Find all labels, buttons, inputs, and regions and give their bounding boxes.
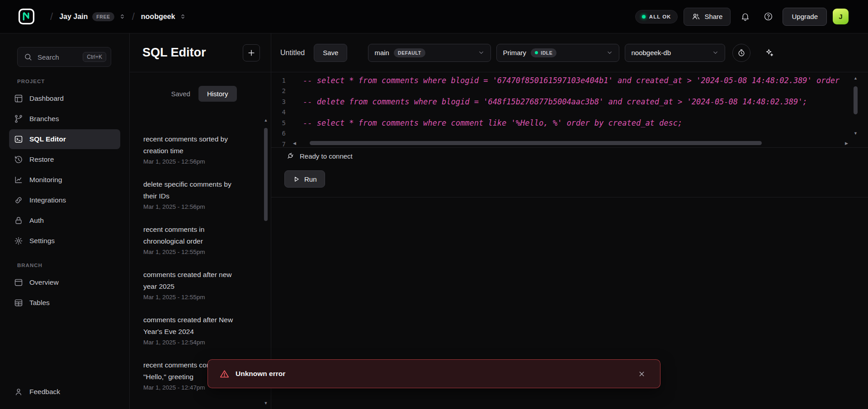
editor-area: Untitled Save main DEFAULT Primary IDLE … — [271, 33, 868, 409]
scroll-track[interactable] — [298, 140, 843, 146]
editor-toolbar: Untitled Save main DEFAULT Primary IDLE … — [271, 33, 868, 72]
connection-status-text: Ready to connect — [300, 152, 353, 160]
section-label-branch: BRANCH — [17, 263, 129, 268]
tab-history[interactable]: History — [198, 86, 237, 102]
new-query-button[interactable] — [243, 44, 260, 61]
people-icon — [692, 12, 700, 21]
saved-history-tabs: Saved History — [130, 86, 271, 102]
branch-selector[interactable]: main DEFAULT — [368, 44, 491, 62]
branch-value: main — [374, 49, 389, 56]
chevron-down-icon — [712, 49, 719, 56]
sidebar-item-monitoring[interactable]: Monitoring — [9, 170, 120, 190]
idle-badge: IDLE — [531, 48, 557, 57]
topbar: / Jay Jain FREE / noobgeek ALL OK Share — [0, 0, 868, 33]
help-button[interactable] — [760, 8, 777, 25]
chevron-down-icon — [478, 49, 485, 56]
history-item[interactable]: recent comments in chronological order M… — [143, 224, 239, 255]
scroll-thumb[interactable] — [310, 141, 762, 145]
sidebar-item-auth[interactable]: Auth — [9, 211, 120, 230]
scroll-up-arrow-icon[interactable]: ▲ — [264, 118, 268, 122]
scroll-left-arrow-icon[interactable]: ◀ — [293, 141, 296, 146]
divider — [271, 197, 868, 197]
sidebar: Search Ctrl+K PROJECT Dashboard Branches… — [0, 33, 130, 409]
sidebar-item-tables[interactable]: Tables — [9, 293, 120, 313]
scroll-up-arrow-icon[interactable]: ▲ — [854, 76, 858, 80]
tab-saved[interactable]: Saved — [164, 86, 198, 102]
database-selector[interactable]: noobgeek-db — [625, 44, 725, 62]
search-icon — [24, 53, 32, 61]
code-line: 1-- select * from comments where blogid … — [271, 75, 868, 86]
history-item[interactable]: comments created after new year 2025 Mar… — [143, 269, 239, 301]
search-input[interactable]: Search Ctrl+K — [17, 47, 111, 67]
run-label: Run — [304, 175, 317, 183]
notifications-button[interactable] — [736, 8, 754, 25]
plug-icon — [286, 152, 294, 160]
project-switcher[interactable]: noobgeek — [141, 13, 187, 21]
plus-icon — [247, 48, 256, 57]
section-label-project: PROJECT — [17, 79, 129, 84]
code-editor[interactable]: 1-- select * from comments where blogid … — [271, 72, 868, 148]
code-line: 2 — [271, 86, 868, 97]
line-number: 7 — [271, 141, 291, 148]
query-history-button[interactable] — [732, 44, 750, 62]
line-number: 4 — [271, 108, 291, 116]
scroll-track[interactable] — [853, 82, 858, 130]
sidebar-item-sql-editor[interactable]: SQL Editor — [9, 129, 120, 149]
org-name: Jay Jain — [59, 13, 88, 21]
close-toast-button[interactable] — [635, 367, 648, 381]
sidebar-item-branches[interactable]: Branches — [9, 109, 120, 129]
error-toast: Unknown error — [208, 359, 660, 388]
run-button[interactable]: Run — [284, 170, 325, 188]
scroll-down-arrow-icon[interactable]: ▼ — [264, 401, 268, 405]
default-badge: DEFAULT — [394, 48, 425, 57]
scroll-thumb[interactable] — [264, 128, 268, 221]
ai-assist-button[interactable] — [760, 44, 778, 62]
neon-logo-icon[interactable] — [18, 8, 35, 25]
database-value: noobgeek-db — [631, 49, 671, 56]
sidebar-item-dashboard[interactable]: Dashboard — [9, 89, 120, 108]
history-item[interactable]: delete specific comments by their IDs Ma… — [143, 179, 239, 210]
line-number: 2 — [271, 87, 291, 94]
compute-selector[interactable]: Primary IDLE — [496, 44, 619, 62]
scroll-track[interactable] — [263, 124, 269, 399]
free-plan-badge: FREE — [92, 12, 114, 21]
close-icon — [638, 370, 646, 378]
sidebar-item-overview[interactable]: Overview — [9, 273, 120, 292]
project-name: noobgeek — [141, 13, 175, 21]
bell-icon — [741, 12, 750, 21]
history-item[interactable]: comments created after New Year's Eve 20… — [143, 314, 239, 346]
sidebar-item-feedback[interactable]: Feedback — [9, 382, 120, 402]
org-switcher[interactable]: Jay Jain FREE — [59, 12, 126, 21]
vertical-scrollbar[interactable]: ▲ ▼ — [853, 76, 858, 136]
sql-editor-icon — [14, 135, 23, 144]
history-item[interactable]: recent comments sorted by creation time … — [143, 133, 239, 165]
status-dot-icon — [642, 15, 646, 19]
person-icon — [14, 387, 23, 396]
sidebar-item-settings[interactable]: Settings — [9, 231, 120, 251]
scroll-right-arrow-icon[interactable]: ▶ — [845, 141, 848, 146]
integrations-icon — [14, 196, 23, 205]
line-number: 6 — [271, 130, 291, 137]
scroll-thumb[interactable] — [854, 86, 858, 114]
share-label: Share — [704, 13, 722, 20]
breadcrumb-separator: / — [50, 11, 53, 23]
sidebar-item-integrations[interactable]: Integrations — [9, 190, 120, 210]
compute-value: Primary — [503, 49, 526, 56]
query-tab-title[interactable]: Untitled — [280, 49, 305, 57]
chevrons-up-down-icon — [119, 13, 126, 20]
horizontal-scrollbar[interactable]: ◀ ▶ — [293, 140, 848, 146]
system-status-badge[interactable]: ALL OK — [635, 10, 678, 24]
line-number: 5 — [271, 119, 291, 127]
scroll-down-arrow-icon[interactable]: ▼ — [854, 131, 858, 136]
share-button[interactable]: Share — [684, 8, 731, 26]
warning-triangle-icon — [220, 369, 229, 379]
breadcrumb-separator: / — [132, 11, 135, 23]
user-avatar[interactable]: J — [833, 9, 849, 24]
monitoring-icon — [14, 175, 23, 184]
upgrade-button[interactable]: Upgrade — [783, 8, 827, 26]
tables-icon — [14, 298, 23, 307]
save-button[interactable]: Save — [314, 44, 347, 62]
search-shortcut: Ctrl+K — [83, 52, 106, 62]
line-number: 1 — [271, 77, 291, 84]
sidebar-item-restore[interactable]: Restore — [9, 150, 120, 169]
